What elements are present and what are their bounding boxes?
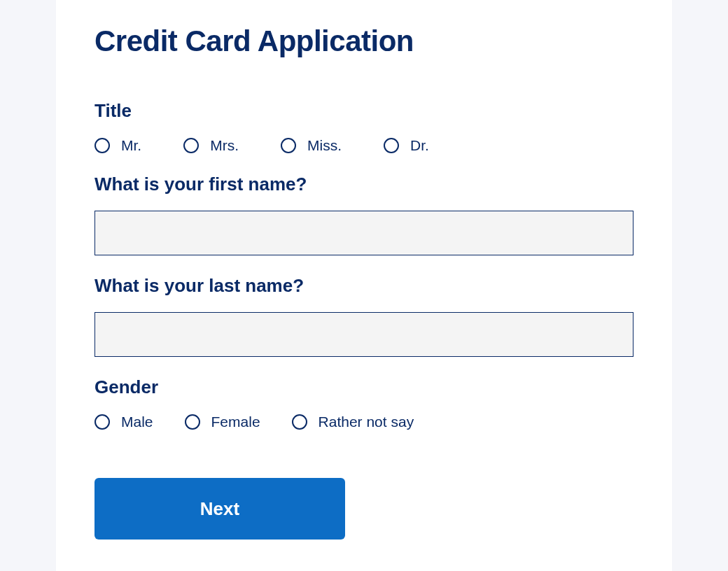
radio-label: Miss. [307,137,342,154]
radio-option-miss[interactable]: Miss. [281,137,342,154]
radio-option-rather-not-say[interactable]: Rather not say [292,414,414,430]
radio-option-mrs[interactable]: Mrs. [183,137,239,154]
last-name-input[interactable] [94,312,634,357]
radio-option-dr[interactable]: Dr. [384,137,429,154]
radio-label: Mrs. [210,137,239,154]
page-title: Credit Card Application [94,24,634,58]
first-name-input[interactable] [94,211,634,255]
first-name-field-group: What is your first name? [94,174,634,255]
title-field-group: Title Mr. Mrs. Miss. Dr. [94,100,634,154]
radio-option-male[interactable]: Male [94,414,153,430]
gender-label: Gender [94,376,634,398]
gender-field-group: Gender Male Female Rather not say [94,376,634,430]
radio-icon [94,414,110,430]
radio-icon [384,138,399,153]
radio-icon [281,138,296,153]
radio-label: Dr. [410,137,429,154]
first-name-label: What is your first name? [94,174,634,195]
radio-icon [183,138,199,153]
last-name-field-group: What is your last name? [94,275,634,357]
radio-icon [185,414,200,430]
radio-label: Female [211,414,260,430]
title-label: Title [94,100,634,122]
gender-radio-row: Male Female Rather not say [94,414,634,430]
radio-label: Mr. [121,137,141,154]
title-radio-row: Mr. Mrs. Miss. Dr. [94,137,634,154]
application-form-card: Credit Card Application Title Mr. Mrs. M… [56,0,672,571]
last-name-label: What is your last name? [94,275,634,297]
radio-option-female[interactable]: Female [185,414,260,430]
radio-label: Male [121,414,153,430]
radio-icon [292,414,307,430]
radio-option-mr[interactable]: Mr. [94,137,141,154]
radio-icon [94,138,110,153]
next-button[interactable]: Next [94,478,345,540]
radio-label: Rather not say [318,414,414,430]
